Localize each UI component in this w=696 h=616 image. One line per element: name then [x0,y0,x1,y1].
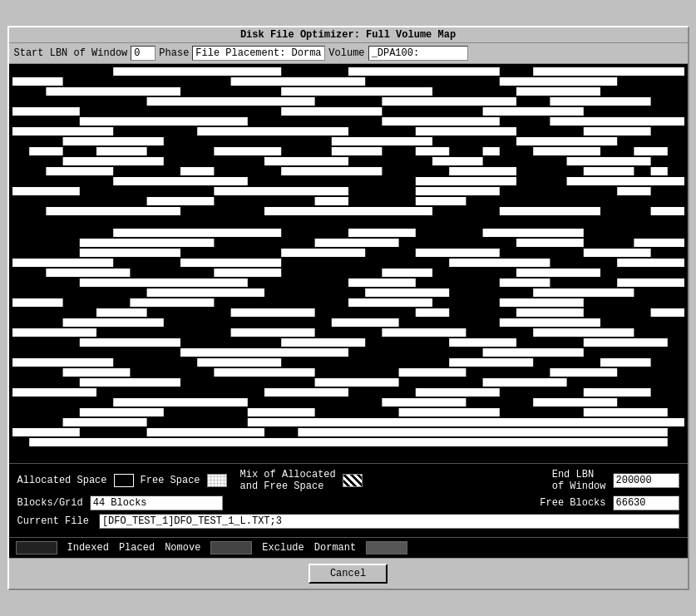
svg-rect-38 [29,147,62,155]
svg-rect-136 [583,338,667,347]
free-label: Free Space [141,475,200,486]
svg-rect-10 [12,87,46,96]
svg-rect-32 [12,137,684,145]
status-bar: Indexed Placed Nomove Exclude Dormant [9,537,688,558]
dormant-label: Dormant [314,542,356,554]
svg-rect-142 [113,358,197,367]
svg-rect-45 [634,147,667,155]
svg-rect-8 [617,77,684,86]
svg-rect-155 [566,378,684,387]
svg-rect-131 [634,328,684,337]
button-bar: Cancel [9,558,688,589]
svg-rect-49 [432,157,483,165]
indexed-swatch [16,541,57,554]
svg-rect-74 [432,207,500,215]
svg-rect-157 [96,388,264,397]
svg-rect-177 [667,428,684,436]
svg-rect-68 [146,197,214,205]
svg-rect-90 [499,249,583,257]
svg-rect-165 [617,398,684,407]
legend-area: Allocated Space Free Space Mix of Alloca… [9,463,688,537]
indexed-label: Indexed [67,542,109,554]
svg-rect-173 [146,418,247,426]
svg-rect-159 [499,388,583,397]
svg-rect-3 [281,67,348,76]
svg-rect-88 [180,249,281,257]
title-bar: Disk File Optimizer: Full Volume Map [9,27,688,43]
svg-rect-22 [583,107,684,116]
svg-rect-9 [12,87,684,96]
svg-rect-115 [583,298,684,307]
svg-rect-44 [533,147,600,155]
volume-label: Volume [328,47,364,59]
svg-rect-66 [650,187,684,195]
svg-rect-108 [264,288,365,297]
svg-rect-25 [247,117,382,126]
free-swatch [207,474,227,487]
blocks-grid-input[interactable] [90,495,223,510]
svg-rect-34 [163,137,331,145]
svg-rect-40 [214,147,281,155]
start-lbn-input[interactable] [131,46,155,61]
svg-rect-31 [650,127,684,136]
svg-rect-164 [466,398,533,407]
svg-rect-84 [516,239,584,247]
placed-label: Placed [119,542,155,554]
svg-rect-149 [398,368,466,377]
svg-rect-28 [113,127,197,136]
svg-rect-167 [79,408,163,416]
svg-rect-6 [62,77,230,86]
svg-rect-85 [634,239,684,247]
svg-rect-79 [348,229,416,237]
svg-rect-35 [432,137,516,145]
svg-rect-20 [79,107,280,116]
svg-rect-158 [348,388,416,397]
svg-rect-69 [314,197,348,205]
svg-rect-75 [600,207,651,215]
legend-row-2: Blocks/Grid Free Blocks [17,495,679,510]
svg-rect-148 [214,368,314,377]
end-lbn-input[interactable] [613,473,679,488]
svg-rect-163 [247,398,382,407]
svg-rect-171 [12,418,684,426]
svg-rect-59 [12,177,113,185]
svg-rect-170 [583,408,667,416]
svg-rect-143 [281,358,449,367]
svg-rect-129 [314,328,382,337]
allocated-label: Allocated Space [17,475,107,486]
disk-map-area [9,64,688,463]
volume-input[interactable] [368,46,468,61]
svg-rect-138 [12,348,180,357]
svg-rect-154 [398,378,482,387]
svg-rect-52 [46,167,113,175]
window-title: Disk File Optimizer: Full Volume Map [240,29,456,41]
svg-rect-11 [180,87,281,96]
svg-rect-16 [314,97,382,106]
phase-input[interactable] [192,46,325,61]
svg-rect-80 [482,229,583,237]
svg-rect-117 [96,308,147,317]
svg-rect-57 [650,167,667,175]
cancel-button[interactable]: Cancel [309,564,387,584]
svg-rect-100 [516,269,600,277]
mix-label: Mix of Allocated and Free Space [240,469,336,492]
current-file-label: Current File [17,515,89,527]
svg-rect-150 [550,368,617,377]
svg-rect-119 [415,308,448,317]
svg-rect-123 [12,318,63,327]
current-file-input[interactable] [99,514,679,529]
start-lbn-label: Start LBN of Window [14,47,128,59]
svg-rect-39 [96,147,147,155]
svg-rect-89 [365,249,416,257]
svg-rect-109 [449,288,533,297]
allocated-swatch [114,474,134,487]
disk-map-svg [12,67,684,450]
svg-rect-125 [398,318,499,327]
end-lbn-label: End LBN of Window [552,469,606,492]
svg-rect-180 [29,438,668,446]
free-blocks-input[interactable] [613,495,679,510]
svg-rect-93 [113,259,180,267]
svg-rect-145 [650,358,684,367]
svg-rect-120 [516,308,584,317]
svg-rect-42 [415,147,448,155]
